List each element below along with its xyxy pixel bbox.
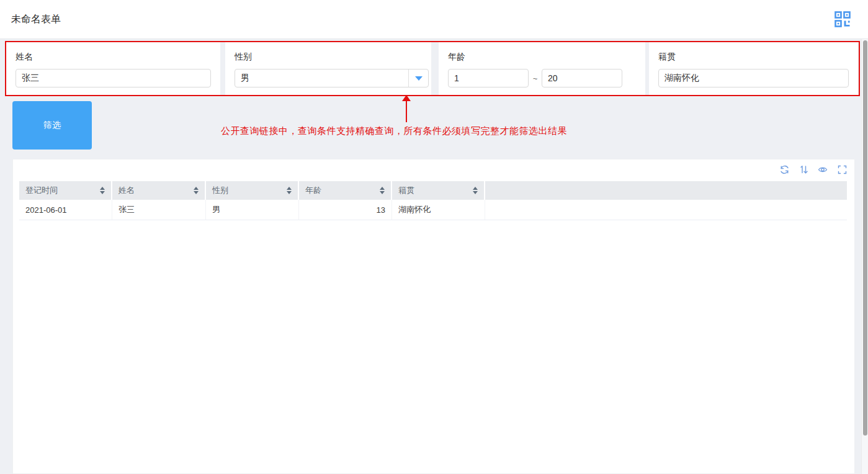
- grid-header-row: 登记时间 姓名 性别 年龄 籍贯: [19, 181, 847, 200]
- column-header-label: 年龄: [305, 185, 380, 196]
- annotation-arrow-stem: [406, 99, 407, 122]
- cell-gender: 男: [206, 200, 299, 220]
- qr-code-icon[interactable]: [833, 10, 852, 29]
- table-row[interactable]: 2021-06-01 张三 男 13 湖南怀化: [19, 200, 847, 220]
- column-header-label: 登记时间: [25, 185, 100, 196]
- column-header-register-time[interactable]: 登记时间: [19, 181, 112, 200]
- annotation-text: 公开查询链接中，查询条件支持精确查询，所有条件必须填写完整才能筛选出结果: [221, 125, 567, 137]
- cell-origin: 湖南怀化: [392, 200, 485, 220]
- age-max-input[interactable]: [542, 69, 622, 87]
- column-header-gender[interactable]: 性别: [206, 181, 299, 200]
- name-label: 姓名: [16, 51, 211, 61]
- chevron-down-icon: [415, 76, 423, 81]
- cell-name: 张三: [112, 200, 206, 220]
- column-header-origin[interactable]: 籍贯: [392, 181, 485, 200]
- name-input[interactable]: [16, 69, 211, 87]
- visibility-eye-icon[interactable]: [818, 164, 828, 174]
- gender-select-value: 男: [235, 73, 408, 84]
- refresh-icon[interactable]: [779, 164, 789, 174]
- age-range-separator: ~: [529, 74, 542, 83]
- cell-filler: [485, 200, 847, 220]
- page-title: 未命名表单: [11, 13, 61, 26]
- column-header-label: 籍贯: [398, 185, 473, 196]
- sort-caret-icon[interactable]: [473, 187, 478, 194]
- column-header-age[interactable]: 年龄: [299, 181, 392, 200]
- age-label: 年龄: [448, 51, 636, 61]
- column-header-label: 性别: [212, 185, 287, 196]
- origin-label: 籍贯: [658, 51, 849, 61]
- sort-caret-icon[interactable]: [100, 187, 105, 194]
- result-table-panel: 登记时间 姓名 性别 年龄 籍贯 2021-06-01 张三: [12, 159, 855, 474]
- data-grid: 登记时间 姓名 性别 年龄 籍贯 2021-06-01 张三: [19, 181, 847, 220]
- filter-card-age: 年龄 ~: [439, 42, 645, 95]
- filter-button[interactable]: 筛选: [12, 101, 92, 150]
- gender-label: 性别: [235, 51, 422, 61]
- origin-input[interactable]: [658, 69, 849, 87]
- fullscreen-icon[interactable]: [837, 164, 847, 174]
- top-bar: 未命名表单: [0, 0, 868, 39]
- annotation-arrow-icon: [402, 95, 411, 101]
- sort-caret-icon[interactable]: [287, 187, 292, 194]
- gender-select-arrow-segment[interactable]: [408, 69, 428, 87]
- cell-register-time: 2021-06-01: [19, 200, 112, 220]
- sort-order-icon[interactable]: [799, 164, 808, 174]
- vertical-scrollbar-thumb[interactable]: [863, 40, 867, 436]
- age-min-input[interactable]: [448, 69, 529, 87]
- cell-age: 13: [299, 200, 392, 220]
- filter-card-gender: 性别 男: [225, 42, 431, 95]
- table-toolbar: [779, 164, 847, 174]
- vertical-scrollbar-track[interactable]: [861, 39, 868, 474]
- gender-select[interactable]: 男: [235, 69, 429, 87]
- column-header-name[interactable]: 姓名: [112, 181, 206, 200]
- sort-caret-icon[interactable]: [380, 187, 385, 194]
- filter-card-name: 姓名: [6, 42, 220, 95]
- column-header-label: 姓名: [119, 185, 194, 196]
- filter-card-origin: 籍贯: [649, 42, 858, 95]
- sort-caret-icon[interactable]: [194, 187, 199, 194]
- column-header-filler: [485, 181, 847, 200]
